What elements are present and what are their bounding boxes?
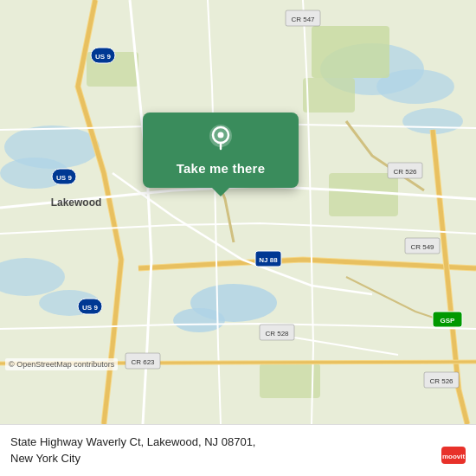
svg-text:CR 623: CR 623 [131, 358, 155, 366]
address-city: New York City [10, 452, 80, 465]
bottom-bar: State Highway Waverly Ct, Lakewood, NJ 0… [0, 424, 476, 476]
address-text: State Highway Waverly Ct, Lakewood, NJ 0… [10, 434, 256, 466]
address-line1: State Highway Waverly Ct, Lakewood, NJ 0… [10, 435, 256, 448]
location-pin-icon [205, 123, 236, 154]
svg-text:CR 547: CR 547 [291, 16, 315, 23]
svg-rect-10 [312, 26, 389, 78]
take-me-there-button[interactable]: Take me there [177, 161, 265, 176]
map-container: CR 547 US 9 US 9 US 9 NJ 88 CR 526 CR 54… [0, 0, 476, 424]
svg-text:US 9: US 9 [82, 304, 98, 312]
popup-card: Take me there [143, 113, 299, 188]
svg-rect-11 [303, 78, 355, 113]
svg-text:GSP: GSP [441, 317, 456, 325]
svg-rect-12 [329, 173, 398, 216]
moovit-icon: moovit [441, 443, 466, 467]
svg-text:CR 528: CR 528 [265, 330, 289, 338]
svg-text:moovit: moovit [442, 453, 466, 460]
moovit-logo: moovit [441, 443, 466, 467]
svg-text:NJ 88: NJ 88 [259, 256, 278, 264]
svg-text:CR 526: CR 526 [429, 377, 453, 385]
svg-text:Lakewood: Lakewood [51, 196, 102, 209]
svg-text:US 9: US 9 [56, 174, 72, 182]
svg-text:CR 526: CR 526 [393, 168, 417, 176]
svg-text:US 9: US 9 [95, 53, 111, 61]
svg-text:CR 549: CR 549 [410, 243, 434, 251]
svg-point-40 [218, 132, 224, 138]
attribution-text: © OpenStreetMap contributors [9, 360, 114, 369]
osm-attribution: © OpenStreetMap contributors [5, 358, 118, 370]
svg-rect-14 [260, 363, 320, 398]
